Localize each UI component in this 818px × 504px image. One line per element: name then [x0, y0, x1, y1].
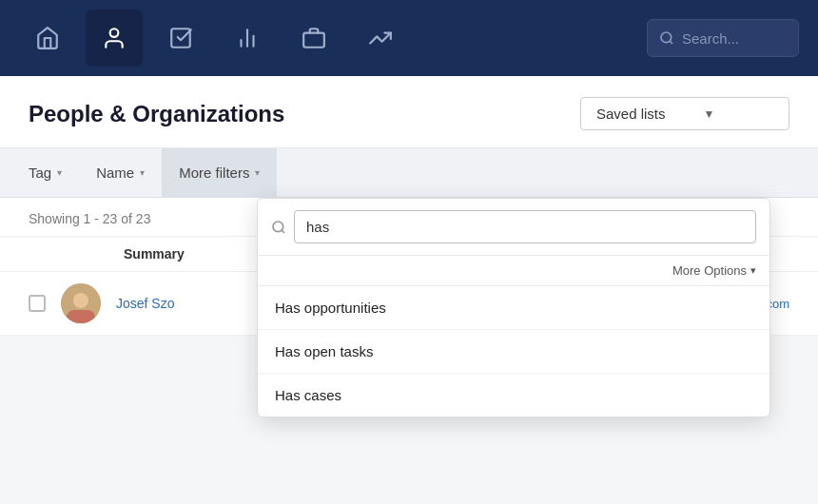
- search-icon: [659, 30, 674, 46]
- content-area: Showing 1 - 23 of 23 Summary Josef Szo a…: [0, 198, 818, 336]
- svg-line-9: [282, 230, 284, 233]
- name-filter-label: Name: [96, 165, 134, 181]
- more-options-chevron-icon: ▾: [750, 264, 756, 277]
- page-title: People & Organizations: [29, 101, 284, 127]
- analytics-icon: [235, 26, 260, 50]
- avatar: [61, 283, 101, 323]
- svg-rect-1: [171, 29, 190, 48]
- nav-people-button[interactable]: [86, 10, 143, 67]
- tag-filter-label: Tag: [29, 165, 51, 181]
- saved-lists-dropdown[interactable]: Saved lists ▼: [580, 97, 789, 130]
- name-chevron-icon: ▾: [140, 167, 145, 178]
- chevron-down-icon: ▼: [704, 107, 715, 121]
- svg-point-6: [661, 32, 672, 43]
- dropdown-search-row: [258, 199, 769, 256]
- nav-tasks-button[interactable]: [152, 10, 209, 67]
- more-filters-label: More filters: [179, 165, 249, 181]
- person-name[interactable]: Josef Szo: [116, 296, 174, 311]
- page-header: People & Organizations Saved lists ▼: [0, 76, 818, 148]
- more-options-row: More Options ▾: [258, 256, 769, 286]
- svg-rect-5: [303, 33, 324, 48]
- summary-header: Summary: [124, 246, 185, 262]
- nav-analytics-button[interactable]: [219, 10, 276, 67]
- svg-point-8: [273, 222, 283, 232]
- svg-line-7: [670, 41, 672, 44]
- filter-search-input[interactable]: [294, 210, 756, 243]
- people-icon: [102, 26, 127, 50]
- filter-item-opportunities[interactable]: Has opportunities: [258, 286, 769, 330]
- more-filters-chevron-icon: ▾: [255, 167, 260, 178]
- more-options-label: More Options: [672, 263, 747, 278]
- saved-lists-label: Saved lists: [596, 106, 666, 122]
- home-icon: [35, 26, 60, 50]
- filter-item-open-tasks[interactable]: Has open tasks: [258, 330, 769, 374]
- filter-bar: Tag ▾ Name ▾ More filters ▾: [0, 148, 818, 198]
- briefcase-icon: [302, 26, 326, 50]
- row-checkbox[interactable]: [29, 295, 46, 312]
- nav-trending-button[interactable]: [352, 10, 409, 67]
- name-filter-button[interactable]: Name ▾: [79, 148, 162, 197]
- nav-home-button[interactable]: [19, 10, 76, 67]
- svg-point-0: [110, 29, 119, 37]
- filter-dropdown: More Options ▾ Has opportunities Has ope…: [257, 198, 770, 417]
- tasks-icon: [168, 26, 193, 50]
- showing-text: Showing 1 - 23 of 23: [29, 211, 150, 226]
- filter-item-cases[interactable]: Has cases: [258, 374, 769, 417]
- search-placeholder: Search...: [682, 30, 739, 47]
- trending-icon: [368, 26, 393, 50]
- dropdown-search-icon: [271, 220, 286, 235]
- global-search-bar[interactable]: Search...: [647, 19, 799, 57]
- top-navigation: Search...: [0, 0, 818, 76]
- more-filters-button[interactable]: More filters ▾: [162, 148, 277, 197]
- tag-chevron-icon: ▾: [57, 167, 62, 178]
- tag-filter-button[interactable]: Tag ▾: [29, 148, 79, 197]
- nav-briefcase-button[interactable]: [285, 10, 342, 67]
